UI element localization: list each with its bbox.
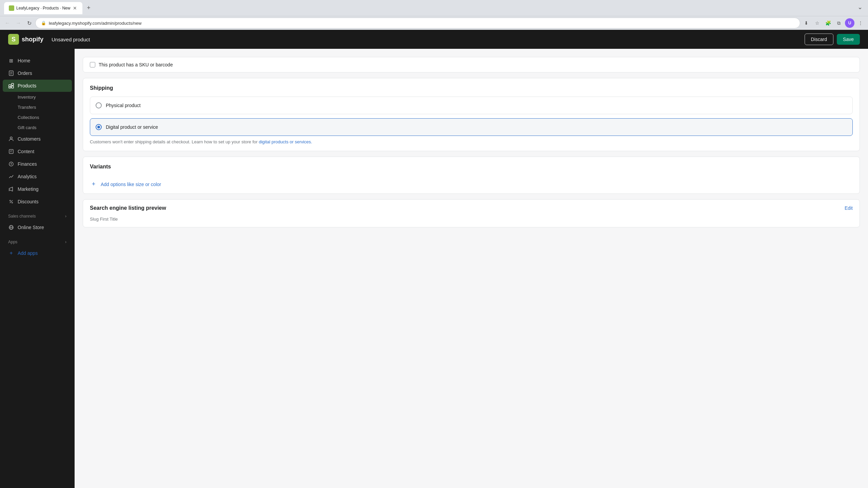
- svg-point-16: [10, 200, 11, 201]
- refresh-button[interactable]: ↻: [24, 18, 34, 28]
- apps-header[interactable]: Apps ›: [3, 238, 72, 246]
- seo-title: Search engine listing preview: [90, 205, 166, 211]
- sidebar-label-orders: Orders: [18, 70, 32, 76]
- sidebar-item-add-apps[interactable]: + Add apps: [3, 247, 72, 259]
- digital-product-option[interactable]: Digital product or service: [90, 118, 853, 136]
- svg-rect-4: [9, 85, 11, 87]
- home-icon: ⊞: [8, 58, 14, 64]
- sidebar-label-collections: Collections: [18, 115, 39, 120]
- sku-checkbox[interactable]: [90, 62, 95, 67]
- extensions-button[interactable]: 🧩: [823, 18, 833, 28]
- sidebar-item-transfers[interactable]: Transfers: [3, 102, 72, 112]
- sidebar-item-inventory[interactable]: Inventory: [3, 92, 72, 102]
- sidebar-item-marketing[interactable]: Marketing: [3, 183, 72, 195]
- seo-content: Slug First Title: [83, 217, 860, 227]
- download-button[interactable]: ⬇: [802, 18, 811, 28]
- sidebar-item-analytics[interactable]: Analytics: [3, 170, 72, 183]
- sidebar-item-customers[interactable]: Customers: [3, 133, 72, 145]
- sales-channels-section: Sales channels › Online Store: [0, 212, 75, 233]
- svg-point-8: [10, 137, 12, 139]
- profile-button[interactable]: U: [845, 18, 854, 28]
- new-tab-button[interactable]: +: [84, 3, 93, 13]
- back-button[interactable]: ←: [3, 18, 12, 28]
- shopify-logo: S shopify: [8, 34, 43, 45]
- sidebar-label-online-store: Online Store: [18, 225, 44, 230]
- main-layout: ⊞ Home Orders: [0, 49, 868, 488]
- variants-title: Variants: [83, 157, 860, 175]
- more-options-button[interactable]: ⋮: [856, 18, 865, 28]
- sidebar-label-home: Home: [18, 58, 30, 63]
- sidebar-item-gift-cards[interactable]: Gift cards: [3, 123, 72, 133]
- top-nav-actions: Discard Save: [805, 34, 860, 45]
- browser-actions: ⬇ ☆ 🧩 ⧉ U ⋮: [802, 18, 865, 28]
- browser-nav: ← → ↻ 🔒 leafylegacy.myshopify.com/admin/…: [0, 16, 868, 30]
- sales-channels-label: Sales channels: [8, 214, 36, 219]
- shipping-title: Shipping: [83, 78, 860, 97]
- sales-channels-arrow: ›: [65, 214, 66, 219]
- sidebar-item-discounts[interactable]: Discounts: [3, 196, 72, 208]
- sidebar-label-finances: Finances: [18, 161, 37, 167]
- sidebar-label-gift-cards: Gift cards: [18, 125, 37, 130]
- orders-icon: [8, 70, 14, 76]
- save-button[interactable]: Save: [837, 34, 860, 45]
- browser-menu-button[interactable]: ⌄: [857, 3, 863, 11]
- url-text: leafylegacy.myshopify.com/admin/products…: [49, 21, 141, 26]
- tab-close-button[interactable]: ✕: [72, 5, 78, 11]
- sidebar-item-online-store[interactable]: Online Store: [3, 221, 72, 233]
- shipping-card: Shipping Physical product Digital produc…: [83, 78, 860, 151]
- sidebar-label-discounts: Discounts: [18, 199, 38, 204]
- online-store-icon: [8, 224, 14, 230]
- tab-strip-button[interactable]: ⧉: [834, 18, 844, 28]
- finances-icon: [8, 161, 14, 167]
- sidebar-item-products[interactable]: Products: [3, 80, 72, 92]
- top-nav: S shopify Unsaved product Discard Save: [0, 30, 868, 49]
- sidebar-item-finances[interactable]: Finances: [3, 158, 72, 170]
- sidebar-item-collections[interactable]: Collections: [3, 113, 72, 122]
- bookmark-button[interactable]: ☆: [812, 18, 822, 28]
- page-title: Unsaved product: [52, 37, 90, 42]
- apps-section: Apps › + Add apps: [0, 238, 75, 259]
- lock-icon: 🔒: [41, 21, 46, 25]
- sidebar-label-transfers: Transfers: [18, 105, 36, 110]
- shopify-logo-icon: S: [8, 34, 19, 45]
- logo-text: shopify: [22, 36, 43, 43]
- physical-product-option[interactable]: Physical product: [90, 97, 853, 114]
- sku-label: This product has a SKU or barcode: [99, 62, 173, 67]
- sku-card: This product has a SKU or barcode: [83, 57, 860, 73]
- tab-favicon: [9, 5, 14, 11]
- browser-tabs: LeafyLegacy · Products · New ✕ +: [4, 2, 864, 14]
- active-tab[interactable]: LeafyLegacy · Products · New ✕: [4, 2, 82, 14]
- sales-channels-header[interactable]: Sales channels ›: [3, 212, 72, 221]
- apps-arrow: ›: [65, 240, 66, 244]
- digital-label: Digital product or service: [106, 124, 158, 130]
- customers-icon: [8, 136, 14, 142]
- sidebar: ⊞ Home Orders: [0, 49, 75, 488]
- tab-title: LeafyLegacy · Products · New: [16, 6, 70, 11]
- plus-icon: +: [90, 181, 97, 188]
- sidebar-label-inventory: Inventory: [18, 95, 36, 100]
- digital-link[interactable]: digital products or services.: [259, 139, 312, 144]
- sidebar-label-analytics: Analytics: [18, 174, 37, 179]
- svg-rect-9: [9, 149, 13, 154]
- physical-label: Physical product: [106, 103, 141, 108]
- forward-button[interactable]: →: [14, 18, 23, 28]
- seo-header: Search engine listing preview Edit: [83, 200, 860, 217]
- discounts-icon: [8, 199, 14, 205]
- app-wrapper: S shopify Unsaved product Discard Save ⊞…: [0, 30, 868, 488]
- sku-row: This product has a SKU or barcode: [83, 57, 860, 72]
- address-bar[interactable]: 🔒 leafylegacy.myshopify.com/admin/produc…: [35, 18, 800, 28]
- sidebar-item-home[interactable]: ⊞ Home: [3, 55, 72, 67]
- marketing-icon: [8, 186, 14, 192]
- variants-card: Variants + Add options like size or colo…: [83, 157, 860, 194]
- sidebar-label-content: Content: [18, 149, 34, 154]
- physical-radio[interactable]: [96, 102, 102, 108]
- seo-edit-link[interactable]: Edit: [845, 205, 853, 211]
- apps-label: Apps: [8, 240, 17, 244]
- digital-radio[interactable]: [96, 124, 102, 130]
- sidebar-item-content[interactable]: Content: [3, 145, 72, 158]
- discard-button[interactable]: Discard: [805, 34, 833, 45]
- sidebar-item-orders[interactable]: Orders: [3, 67, 72, 79]
- add-option-button[interactable]: + Add options like size or color: [83, 175, 860, 194]
- seo-placeholder: Slug First Title: [90, 217, 118, 222]
- seo-section: Search engine listing preview Edit Slug …: [83, 199, 860, 227]
